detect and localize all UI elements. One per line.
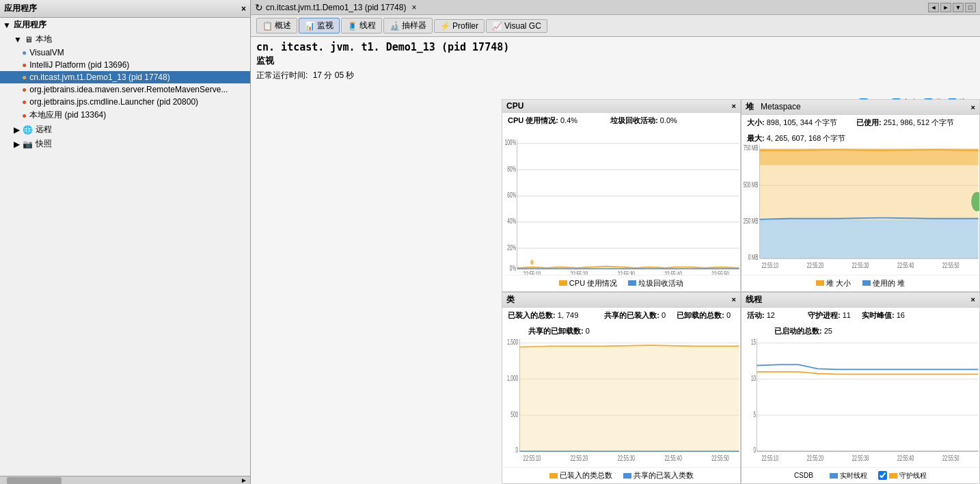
uptime-label: 正常运行时间: — [256, 70, 308, 80]
svg-text:15: 15 — [751, 338, 756, 346]
heap-chart-svg: 750 MB 500 MB 250 MB 0 MB — [741, 141, 979, 275]
svg-text:22:55:30: 22:55:30 — [618, 454, 635, 462]
scroll-right-btn[interactable]: ► — [241, 476, 250, 484]
threads-chart-svg: 15 10 5 0 22:55:1 — [741, 335, 979, 468]
svg-text:250 MB: 250 MB — [744, 217, 759, 225]
computer-icon: 🖥 — [25, 35, 33, 44]
classes-chart-close[interactable]: × — [732, 295, 736, 304]
monitor-section-label: 监视 — [256, 55, 975, 67]
cpu-legend-label2: 垃圾回收活动 — [638, 278, 683, 288]
charts-grid: CPU × CPU 使用情况: 0.4% 垃圾回收活动: 0.0% 100% 8… — [502, 99, 980, 484]
svg-text:0%: 0% — [510, 264, 516, 272]
threads-started-key: 已启动的总数: — [774, 327, 822, 335]
svg-text:22:55:50: 22:55:50 — [711, 454, 729, 462]
nav-dropdown-btn[interactable]: ▼ — [953, 3, 964, 12]
svg-text:22:55:20: 22:55:20 — [807, 454, 824, 462]
toolbar-threads-btn[interactable]: 🧵 线程 — [341, 18, 382, 33]
main-toolbar: 📋 概述 📊 监视 🧵 线程 🔬 抽样器 ⚡ Profiler 📈 Visual… — [251, 15, 980, 37]
cpu-legend-color1 — [559, 280, 567, 286]
tree-remote-item[interactable]: ▶ 🌐 远程 — [0, 122, 250, 137]
toolbar-overview-btn[interactable]: 📋 概述 — [256, 18, 297, 33]
tree-maven-label: org.jetbrains.idea.maven.server.RemoteMa… — [29, 85, 228, 94]
snapshot-icon: 📷 — [23, 139, 33, 149]
overview-icon: 📋 — [262, 21, 273, 31]
classes-shared-loaded-stat: 共享的已装入数: 0 — [604, 310, 666, 321]
tree-visualvm-label: VisualVM — [29, 48, 64, 57]
toolbar-monitor-btn[interactable]: 📊 监视 — [299, 18, 340, 33]
threads-started-value: 25 — [824, 327, 832, 335]
app-icon: ● — [22, 60, 27, 70]
uptime-value: 17 分 05 秒 — [313, 70, 355, 80]
nav-forward-btn[interactable]: ► — [940, 3, 951, 12]
classes-loaded-stat: 已装入的总数: 1, 749 — [508, 310, 578, 321]
scrollbar-thumb[interactable] — [7, 477, 62, 484]
svg-marker-32 — [759, 219, 978, 258]
toolbar-sampler-btn[interactable]: 🔬 抽样器 — [383, 18, 433, 33]
tree-maven-item[interactable]: ● org.jetbrains.idea.maven.server.Remote… — [0, 83, 250, 96]
heap-chart-close[interactable]: × — [971, 103, 975, 111]
tree-local-app-item[interactable]: ● 本地应用 (pid 13364) — [0, 108, 250, 122]
svg-text:22:55:40: 22:55:40 — [664, 454, 681, 462]
classes-shared-unloaded-value: 0 — [586, 327, 590, 335]
cpu-legend-color2 — [628, 280, 636, 286]
threads-legend-label2: 守护线程 — [899, 471, 927, 481]
heap-legend-label1: 堆 大小 — [826, 278, 851, 288]
heap-size-key: 大小: — [747, 118, 765, 126]
refresh-icon: ↻ — [255, 2, 263, 13]
expand-icon: ▶ — [14, 125, 20, 135]
svg-text:22:55:40: 22:55:40 — [897, 454, 914, 462]
expand-icon: ▼ — [3, 21, 11, 30]
classes-unloaded-value: 0 — [726, 311, 731, 319]
tree-root-item[interactable]: ▼ 应用程序 — [0, 18, 250, 32]
expand-icon: ▼ — [14, 35, 22, 44]
nav-back-btn[interactable]: ◄ — [928, 3, 939, 12]
svg-text:10: 10 — [751, 374, 756, 382]
horizontal-scrollbar[interactable]: ► — [0, 476, 250, 484]
heap-chart-title: 堆 Metaspace — [746, 101, 801, 113]
svg-text:22:55:40: 22:55:40 — [897, 261, 914, 269]
svg-text:22:55:10: 22:55:10 — [762, 454, 778, 462]
classes-legend-label1: 已装入的类总数 — [560, 470, 612, 481]
nav-restore-btn[interactable]: □ — [965, 3, 976, 12]
monitor-label: 监视 — [317, 20, 334, 31]
svg-text:22:55:30: 22:55:30 — [852, 261, 869, 269]
threads-daemon-checkbox[interactable] — [878, 471, 887, 480]
tree-intellij-label: IntelliJ Platform (pid 13696) — [29, 60, 129, 70]
title-close-btn[interactable]: × — [241, 4, 246, 14]
cpu-chart-close[interactable]: × — [732, 102, 736, 110]
classes-legend-color2 — [623, 473, 631, 479]
heap-legend-item2: 使用的 堆 — [862, 278, 905, 288]
tree-snapshot-label: 快照 — [36, 138, 52, 150]
cpu-usage-value: 0.4% — [560, 116, 577, 124]
threads-legend-item2: 守护线程 — [878, 471, 927, 481]
tree-local-section: ▼ 🖥 本地 ● VisualVM ● IntelliJ Platform (p… — [0, 32, 250, 122]
gc-activity-value: 0.0% — [660, 116, 677, 124]
tree-demo-item[interactable]: ● cn.itcast.jvm.t1.Demo1_13 (pid 17748) — [0, 71, 250, 83]
classes-shared-loaded-value: 0 — [662, 311, 666, 319]
threads-chart-title: 线程 — [746, 294, 762, 306]
left-panel: 应用程序 × ▼ 应用程序 ▼ 🖥 本地 ● VisualVM ● Intell… — [0, 0, 251, 484]
tree-intellij-item[interactable]: ● IntelliJ Platform (pid 13696) — [0, 59, 250, 71]
svg-text:22:55:50: 22:55:50 — [942, 454, 959, 462]
tree-launcher-item[interactable]: ● org.jetbrains.jps.cmdline.Launcher (pi… — [0, 96, 250, 108]
toolbar-profiler-btn[interactable]: ⚡ Profiler — [434, 19, 485, 33]
cpu-chart-header: CPU × — [502, 100, 740, 113]
classes-shared-loaded-key: 共享的已装入数: — [604, 311, 659, 319]
window-title-bar: ↻ cn.itcast.jvm.t1.Demo1_13 (pid 17748) … — [251, 0, 980, 15]
monitor-icon: 📊 — [305, 21, 315, 31]
svg-text:500: 500 — [511, 409, 518, 418]
svg-text:22:55:10: 22:55:10 — [523, 454, 541, 462]
toolbar-visualgc-btn[interactable]: 📈 Visual GC — [486, 19, 547, 33]
process-title: cn. itcast. jvm. t1. Demo1_13 (pid 17748… — [256, 41, 975, 53]
tree-root-label: 应用程序 — [14, 19, 46, 31]
threads-active-stat: 活动: 12 — [747, 310, 775, 321]
svg-text:0: 0 — [516, 446, 519, 454]
tab-close-btn[interactable]: × — [411, 3, 416, 12]
tree-local-item[interactable]: ▼ 🖥 本地 — [0, 32, 250, 46]
threads-chart-close[interactable]: × — [971, 295, 975, 304]
tree-snapshot-item[interactable]: ▶ 📷 快照 — [0, 137, 250, 151]
tree-visualvm-item[interactable]: ● VisualVM — [0, 46, 250, 59]
threads-legend-color1 — [830, 473, 838, 479]
svg-text:1,000: 1,000 — [507, 374, 518, 382]
remote-icon: 🌐 — [23, 125, 33, 135]
